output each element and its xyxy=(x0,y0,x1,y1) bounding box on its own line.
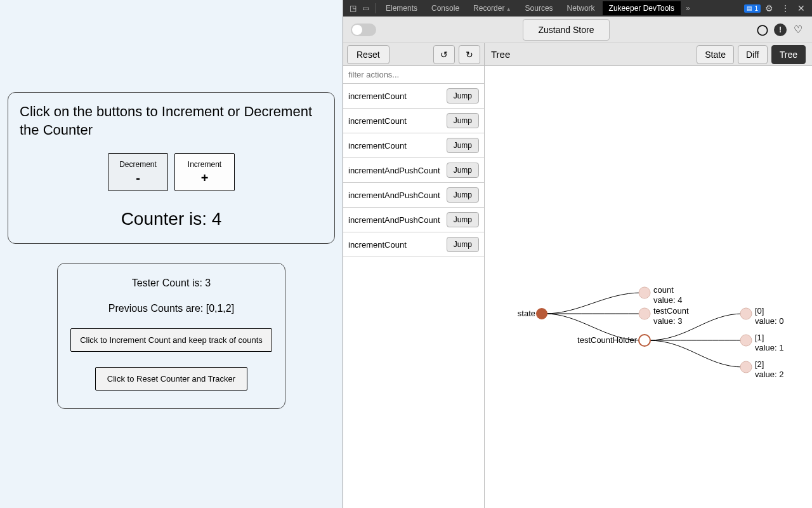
tester-count-text: Tester Count is: 3 xyxy=(64,277,278,289)
svg-point-2 xyxy=(639,308,650,319)
svg-point-5 xyxy=(740,335,752,346)
tree-canvas[interactable]: state count value: 4 testCount value: 3 … xyxy=(485,66,812,508)
node-idx1: [1] value: 1 xyxy=(755,333,784,352)
decrement-label: Decrement xyxy=(119,160,157,169)
tab-sources[interactable]: Sources xyxy=(519,1,560,15)
action-list: incrementCountJumpincrementCountJumpincr… xyxy=(343,84,484,257)
tree-column: Tree State Diff Tree xyxy=(485,43,812,508)
action-row[interactable]: incrementAndPushCountJump xyxy=(343,208,484,232)
tab-recorder[interactable]: Recorder xyxy=(467,1,518,15)
actions-column: Reset ↺ ↻ incrementCountJumpincrementCou… xyxy=(343,43,485,508)
action-name: incrementAndPushCount xyxy=(348,166,440,175)
button-row: Decrement - Increment + xyxy=(20,153,323,191)
jump-button[interactable]: Jump xyxy=(447,138,479,153)
action-row[interactable]: incrementAndPushCountJump xyxy=(343,183,484,208)
node-testcount: testCount value: 3 xyxy=(653,306,689,326)
svg-point-6 xyxy=(740,361,752,373)
actions-toolbar: Reset ↺ ↻ xyxy=(343,43,484,66)
info-icon[interactable]: ! xyxy=(774,23,787,36)
node-idx2: [2] value: 2 xyxy=(755,359,784,379)
store-bar: Zustand Store ◯ ! ♡ xyxy=(343,17,812,43)
store-icons: ◯ ! ♡ xyxy=(756,23,804,36)
counter-card: Click on the buttons to Increment or Dec… xyxy=(8,92,335,244)
action-name: incrementAndPushCount xyxy=(348,215,440,225)
device-icon[interactable]: ▭ xyxy=(360,4,371,13)
counter-value: Counter is: 4 xyxy=(20,209,323,229)
close-devtools-icon[interactable]: ✕ xyxy=(794,3,808,13)
view-tree-button[interactable]: Tree xyxy=(771,45,806,64)
store-selector-button[interactable]: Zustand Store xyxy=(523,19,610,41)
action-name: incrementCount xyxy=(348,91,407,101)
tab-elements[interactable]: Elements xyxy=(379,1,424,15)
decrement-button[interactable]: Decrement - xyxy=(108,153,168,191)
node-count: count value: 4 xyxy=(653,285,683,305)
jump-button[interactable]: Jump xyxy=(447,187,479,203)
step-back-button[interactable]: ↺ xyxy=(433,45,455,64)
devtools-body: Reset ↺ ↻ incrementCountJumpincrementCou… xyxy=(343,43,812,508)
kebab-icon[interactable]: ⋮ xyxy=(778,3,793,13)
dark-mode-toggle[interactable] xyxy=(351,23,376,36)
jump-button[interactable]: Jump xyxy=(447,113,479,128)
issues-badge[interactable]: 1 xyxy=(744,4,761,13)
github-icon[interactable]: ◯ xyxy=(756,23,769,36)
filter-actions-input[interactable] xyxy=(343,66,484,84)
tab-zukeeper[interactable]: Zukeeper DevTools xyxy=(603,1,681,15)
node-idx0: [0] value: 0 xyxy=(755,306,784,326)
tester-card: Tester Count is: 3 Previous Counts are: … xyxy=(57,263,285,409)
svg-point-3 xyxy=(639,335,650,346)
tab-console[interactable]: Console xyxy=(425,1,466,15)
action-row[interactable]: incrementCountJump xyxy=(343,232,484,257)
jump-button[interactable]: Jump xyxy=(447,212,479,227)
increment-label: Increment xyxy=(188,160,221,169)
devtools-tabbar: ◳ ▭ Elements Console Recorder Sources Ne… xyxy=(343,0,812,17)
action-row[interactable]: incrementCountJump xyxy=(343,109,484,133)
svg-point-4 xyxy=(740,308,752,319)
action-name: incrementAndPushCount xyxy=(348,190,440,200)
action-row[interactable]: incrementCountJump xyxy=(343,84,484,109)
svg-point-0 xyxy=(536,308,547,319)
tree-svg xyxy=(485,66,812,508)
tree-title: Tree xyxy=(491,49,510,60)
increment-button[interactable]: Increment + xyxy=(174,153,235,191)
action-row[interactable]: incrementCountJump xyxy=(343,133,484,158)
divider xyxy=(375,3,376,13)
jump-button[interactable]: Jump xyxy=(447,163,479,178)
increment-and-track-button[interactable]: Click to Increment Count and keep track … xyxy=(70,328,272,352)
node-holder-label: testCountHolder xyxy=(573,335,637,345)
app-panel: Click on the buttons to Increment or Dec… xyxy=(0,0,343,508)
inspect-icon[interactable]: ◳ xyxy=(347,4,358,13)
action-row[interactable]: incrementAndPushCountJump xyxy=(343,158,484,183)
tree-toolbar: Tree State Diff Tree xyxy=(485,43,812,66)
devtools-panel: ◳ ▭ Elements Console Recorder Sources Ne… xyxy=(343,0,812,508)
tab-network[interactable]: Network xyxy=(561,1,601,15)
more-tabs-icon[interactable]: » xyxy=(682,4,694,13)
action-name: incrementCount xyxy=(348,141,407,150)
jump-button[interactable]: Jump xyxy=(447,88,479,104)
reset-actions-button[interactable]: Reset xyxy=(347,45,390,64)
svg-point-1 xyxy=(639,287,650,298)
settings-icon[interactable]: ⚙ xyxy=(762,3,776,13)
action-name: incrementCount xyxy=(348,240,407,250)
previous-counts-text: Previous Counts are: [0,1,2] xyxy=(64,303,278,314)
node-state-label: state xyxy=(496,309,535,319)
jump-button[interactable]: Jump xyxy=(447,237,479,252)
heart-icon[interactable]: ♡ xyxy=(792,23,804,36)
view-diff-button[interactable]: Diff xyxy=(738,45,768,64)
step-forward-button[interactable]: ↻ xyxy=(459,45,480,64)
reset-counter-button[interactable]: Click to Reset Counter and Tracker xyxy=(95,367,247,391)
instruction-text: Click on the buttons to Increment or Dec… xyxy=(20,103,323,139)
action-name: incrementCount xyxy=(348,116,407,126)
view-state-button[interactable]: State xyxy=(697,45,734,64)
minus-icon: - xyxy=(136,171,140,184)
plus-icon: + xyxy=(201,171,209,184)
